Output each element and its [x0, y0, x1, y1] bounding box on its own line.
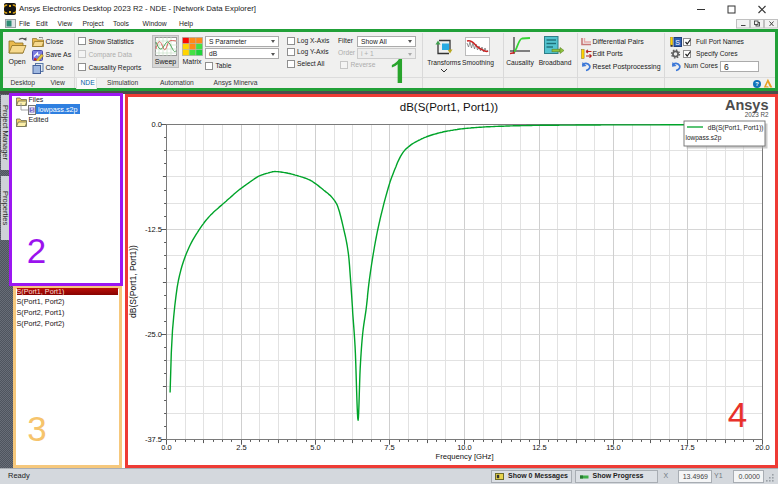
- svg-text:0.0: 0.0: [152, 120, 162, 129]
- svg-text:10.0: 10.0: [457, 443, 472, 452]
- svg-text:dB(S(Port1, Port1)): dB(S(Port1, Port1)): [128, 245, 138, 318]
- svg-text:-12.5: -12.5: [145, 225, 162, 234]
- svg-text:S: S: [675, 38, 680, 45]
- svg-text:dB(S(Port1, Port1)): dB(S(Port1, Port1)): [400, 101, 499, 113]
- svg-text:-37.5: -37.5: [145, 435, 162, 444]
- svg-text:15.0: 15.0: [606, 443, 621, 452]
- svg-text:dB(S(Port1, Port1)): dB(S(Port1, Port1)): [708, 124, 764, 132]
- svg-text:2.5: 2.5: [236, 443, 246, 452]
- svg-text:Frequency [GHz]: Frequency [GHz]: [435, 452, 493, 461]
- svg-text:5.0: 5.0: [310, 443, 320, 452]
- svg-text:17.5: 17.5: [680, 443, 695, 452]
- svg-text:lowpass.s2p: lowpass.s2p: [686, 134, 722, 142]
- svg-text:?: ?: [755, 81, 759, 87]
- svg-text:0.0: 0.0: [161, 443, 171, 452]
- svg-text:7.5: 7.5: [384, 443, 394, 452]
- svg-text:20.0: 20.0: [755, 443, 770, 452]
- svg-text:2023 R2: 2023 R2: [745, 111, 769, 118]
- svg-text:12.5: 12.5: [532, 443, 547, 452]
- svg-text:5: 5: [30, 107, 33, 112]
- svg-text:-25.0: -25.0: [145, 330, 162, 339]
